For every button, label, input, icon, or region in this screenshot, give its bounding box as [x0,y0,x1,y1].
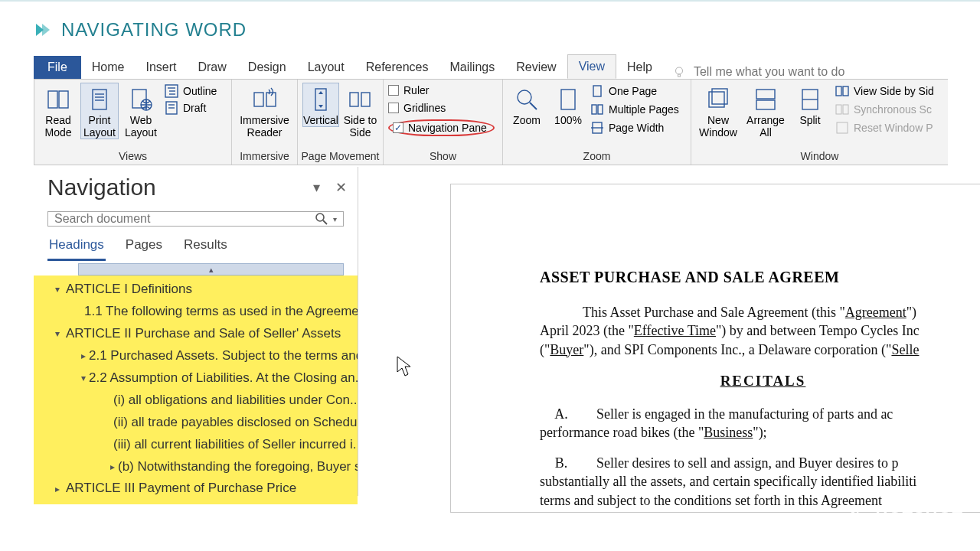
navigation-search[interactable]: ▾ [47,211,344,227]
ruler-checkbox[interactable]: Ruler [388,84,495,96]
nav-tree-item[interactable]: (i) all obligations and liabilities unde… [34,390,358,412]
nav-tree-item[interactable]: (iii) all current liabilities of Seller … [34,434,358,456]
nav-tree-item[interactable]: ▾ARTICLE II Purchase and Sale of Seller'… [34,323,358,345]
svg-rect-3 [678,74,680,77]
expander-icon[interactable]: ▸ [81,350,86,362]
navtab-results[interactable]: Results [182,234,229,261]
svg-rect-6 [93,90,106,109]
reset-window-icon [835,121,849,135]
draft-icon [165,101,178,115]
svg-marker-22 [318,91,323,94]
draft-button[interactable]: Draft [165,101,217,115]
nav-tree-label: (i) all obligations and liabilities unde… [113,392,358,409]
svg-rect-5 [59,91,68,108]
group-label-views: Views [34,148,231,165]
nav-tree-item[interactable]: ▸2.1 Purchased Assets. Subject to the te… [34,345,358,367]
group-label-show: Show [384,148,502,165]
ribbon-tab-row: File Home Insert Draw Design Layout Refe… [34,56,980,79]
page-100-icon [555,86,581,112]
lightbulb-icon [672,65,686,79]
side-to-side-icon [347,86,373,112]
navigation-pane-checkbox[interactable]: Navigation Pane [388,119,495,136]
nav-tree-label: ARTICLE III Payment of Purchase Price [66,480,296,497]
vertical-button[interactable]: Vertical [302,83,339,127]
expander-icon[interactable]: ▸ [110,461,115,473]
synchronous-scrolling-button: Synchronous Sc [835,103,934,116]
arrange-all-button[interactable]: Arrange All [743,83,788,139]
page-width-button[interactable]: Page Width [590,121,679,135]
app-title: NAVIGATING WORD [61,19,247,41]
tab-file[interactable]: File [34,56,81,79]
tab-review[interactable]: Review [505,56,567,79]
chevron-down-icon[interactable]: ▾ [313,179,320,196]
document-page: ASSET PURCHASE AND SALE AGREEM This Asse… [450,184,980,513]
nav-tree-item[interactable]: 1.1 The following terms as used in the A… [34,301,358,323]
page-icon [87,86,113,112]
tab-insert[interactable]: Insert [135,56,187,79]
immersive-reader-button[interactable]: Immersive Reader [243,83,287,139]
search-dropdown-icon[interactable]: ▾ [333,215,337,223]
nav-tree-item[interactable]: ▾2.2 Assumption of Liabilities. At the C… [34,367,358,390]
multiple-pages-button[interactable]: Multiple Pages [590,103,679,116]
tab-references[interactable]: References [355,56,439,79]
navigation-search-input[interactable] [54,212,315,226]
read-mode-button[interactable]: Read Mode [39,83,77,139]
svg-point-2 [675,67,682,74]
tab-draw[interactable]: Draw [187,56,237,79]
nav-tree-label: 2.1 Purchased Assets. Subject to the ter… [89,347,358,365]
tell-me-input[interactable] [694,65,893,79]
side-to-side-button[interactable]: Side to Side [342,83,378,139]
split-button[interactable]: Split [791,83,829,127]
play-icon [34,21,52,39]
web-layout-button[interactable]: Web Layout [122,83,160,139]
collapse-all-bar[interactable]: ▴ [78,263,344,276]
one-page-button[interactable]: One Page [590,84,679,98]
navtab-headings[interactable]: Headings [47,234,106,261]
tab-mailings[interactable]: Mailings [439,56,506,79]
svg-rect-43 [843,105,848,114]
tell-me-search[interactable] [672,65,893,79]
immersive-reader-icon [252,86,278,112]
group-label-immersive: Immersive [232,148,297,165]
expander-icon[interactable]: ▾ [52,283,63,295]
expander-icon[interactable]: ▾ [52,328,63,340]
new-window-button[interactable]: New Window [696,83,740,139]
close-icon[interactable]: ✕ [335,179,347,196]
nav-tree-label: (ii) all trade payables disclosed on Sch… [113,414,358,432]
tab-help[interactable]: Help [616,56,663,79]
gridlines-checkbox[interactable]: Gridlines [388,102,495,114]
tab-view[interactable]: View [567,54,616,79]
tab-layout[interactable]: Layout [297,56,355,79]
search-icon[interactable] [315,212,328,226]
arrange-all-icon [753,86,779,112]
nav-tree-item[interactable]: ▸ARTICLE III Payment of Purchase Price [34,478,358,500]
group-label-zoom: Zoom [503,148,691,165]
red-circle-highlight: Navigation Pane [388,119,495,136]
nav-tree-item[interactable]: (ii) all trade payables disclosed on Sch… [34,412,358,434]
zoom-button[interactable]: Zoom [508,83,546,127]
document-title: ASSET PURCHASE AND SALE AGREEM [540,269,980,286]
svg-rect-24 [350,93,358,106]
document-area[interactable]: ASSET PURCHASE AND SALE AGREEM This Asse… [358,167,948,496]
side-by-side-icon [835,84,849,98]
nav-tree-item[interactable]: ▸(b) Notwithstanding the foregoing, Buye… [34,456,358,478]
view-side-by-side-button[interactable]: View Side by Sid [835,84,934,98]
svg-rect-44 [837,122,848,133]
print-layout-button[interactable]: Print Layout [80,83,119,139]
svg-rect-19 [254,93,263,106]
nav-tree-label: (b) Notwithstanding the foregoing, Buyer… [118,458,358,476]
zoom-100-button[interactable]: 100% [549,83,587,127]
page-width-icon [590,121,604,135]
svg-line-27 [530,103,537,109]
group-label-page-movement: Page Movement [298,148,383,165]
tab-design[interactable]: Design [237,56,297,79]
nav-tree-label: 1.1 The following terms as used in the A… [84,303,358,321]
tab-home[interactable]: Home [81,56,136,79]
reset-window-position-button: Reset Window P [835,121,934,135]
expander-icon[interactable]: ▸ [52,483,63,495]
expander-icon[interactable]: ▾ [81,372,86,384]
watermark-text: HOTSHOT [875,508,963,528]
navtab-pages[interactable]: Pages [124,234,164,261]
outline-button[interactable]: Outline [165,84,217,98]
nav-tree-item[interactable]: ▾ARTICLE I Definitions [34,279,358,301]
